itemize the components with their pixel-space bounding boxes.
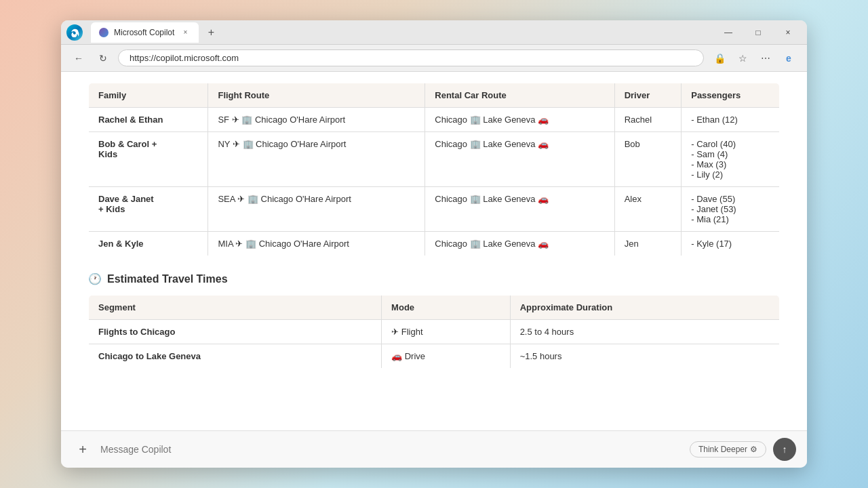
- driver: Bob: [614, 132, 682, 187]
- rental-car-route: Chicago 🏢 Lake Geneva 🚗: [425, 132, 614, 187]
- flight-route: MIA ✈ 🏢 Chicago O'Hare Airport: [208, 232, 425, 256]
- security-icon[interactable]: 🔒: [709, 48, 730, 68]
- window-controls: [66, 24, 83, 41]
- col-segment: Segment: [89, 296, 382, 320]
- send-icon: ↑: [783, 444, 787, 455]
- add-attachment-button[interactable]: +: [72, 439, 94, 460]
- passengers: - Ethan (12): [682, 108, 780, 132]
- active-tab[interactable]: Microsoft Copilot ×: [91, 22, 199, 43]
- passengers: - Kyle (17): [682, 232, 780, 256]
- think-deeper-icon: ⚙: [750, 445, 757, 454]
- flight-route: SEA ✈ 🏢 Chicago O'Hare Airport: [208, 187, 425, 232]
- col-flight-route: Flight Route: [208, 83, 425, 108]
- segment: Chicago to Lake Geneva: [89, 344, 382, 369]
- maximize-button[interactable]: □: [745, 22, 772, 43]
- col-family: Family: [89, 83, 208, 108]
- rental-car-route: Chicago 🏢 Lake Geneva 🚗: [425, 232, 614, 256]
- flight-route: SF ✈ 🏢 Chicago O'Hare Airport: [208, 108, 425, 132]
- col-mode: Mode: [382, 296, 511, 320]
- table-row: Dave & Janet+ Kids SEA ✈ 🏢 Chicago O'Har…: [89, 187, 780, 232]
- browser-window: Microsoft Copilot × + — □ × ← ↻ https://…: [61, 20, 807, 468]
- table-row: Jen & Kyle MIA ✈ 🏢 Chicago O'Hare Airpor…: [89, 232, 780, 256]
- clock-icon: 🕐: [88, 272, 102, 285]
- address-right-icons: 🔒 ☆ ⋯ e: [709, 48, 799, 68]
- refresh-button[interactable]: ↻: [94, 49, 113, 68]
- favorites-icon[interactable]: ☆: [732, 48, 753, 68]
- col-duration: Approximate Duration: [510, 296, 779, 320]
- flight-route: NY ✈ 🏢 Chicago O'Hare Airport: [208, 132, 425, 187]
- driver: Rachel: [614, 108, 682, 132]
- tab-favicon: [99, 28, 108, 37]
- driver: Alex: [614, 187, 682, 232]
- window-controls-right: — □ ×: [715, 22, 802, 43]
- family-name: Dave & Janet+ Kids: [89, 187, 208, 232]
- passengers: - Dave (55)- Janet (53)- Mia (21): [682, 187, 780, 232]
- content-area: Family Flight Route Rental Car Route Dri…: [61, 72, 807, 430]
- tab-title: Microsoft Copilot: [114, 28, 174, 37]
- duration: ~1.5 hours: [510, 344, 779, 369]
- family-table: Family Flight Route Rental Car Route Dri…: [88, 83, 780, 256]
- family-name: Bob & Carol +Kids: [89, 132, 208, 187]
- rental-car-route: Chicago 🏢 Lake Geneva 🚗: [425, 108, 614, 132]
- section-header: 🕐 Estimated Travel Times: [88, 272, 780, 285]
- url-text: https://copilot.microsoft.com: [130, 53, 239, 63]
- rental-car-route: Chicago 🏢 Lake Geneva 🚗: [425, 187, 614, 232]
- close-button[interactable]: ×: [774, 22, 802, 43]
- mode: 🚗 Drive: [382, 344, 511, 369]
- col-passengers: Passengers: [682, 83, 780, 108]
- driver: Jen: [614, 232, 682, 256]
- more-options-icon[interactable]: ⋯: [755, 48, 776, 68]
- family-name: Jen & Kyle: [89, 232, 208, 256]
- family-name: Rachel & Ethan: [89, 108, 208, 132]
- col-driver: Driver: [614, 83, 682, 108]
- col-rental-car-route: Rental Car Route: [425, 83, 614, 108]
- passengers: - Carol (40)- Sam (4)- Max (3)- Lily (2): [682, 132, 780, 187]
- think-deeper-label: Think Deeper: [698, 445, 747, 454]
- back-button[interactable]: ←: [69, 49, 88, 68]
- tab-area: Microsoft Copilot × +: [91, 22, 712, 43]
- minimize-button[interactable]: —: [715, 22, 742, 43]
- new-tab-button[interactable]: +: [201, 23, 220, 42]
- table-row: Bob & Carol +Kids NY ✈ 🏢 Chicago O'Hare …: [89, 132, 780, 187]
- tab-close-button[interactable]: ×: [180, 27, 191, 38]
- send-button[interactable]: ↑: [773, 438, 796, 461]
- travel-table: Segment Mode Approximate Duration Flight…: [88, 295, 780, 369]
- section-title-text: Estimated Travel Times: [107, 273, 228, 285]
- mode: ✈ Flight: [382, 320, 511, 344]
- message-bar: + Think Deeper ⚙ ↑: [61, 430, 807, 468]
- table-row: Chicago to Lake Geneva 🚗 Drive ~1.5 hour…: [89, 344, 780, 369]
- message-input[interactable]: [100, 444, 683, 455]
- edge-logo-icon: [66, 24, 83, 41]
- title-bar: Microsoft Copilot × + — □ ×: [61, 20, 807, 45]
- table-row: Flights to Chicago ✈ Flight 2.5 to 4 hou…: [89, 320, 780, 344]
- url-input[interactable]: https://copilot.microsoft.com: [118, 49, 704, 66]
- address-bar: ← ↻ https://copilot.microsoft.com 🔒 ☆ ⋯ …: [61, 45, 807, 72]
- edge-icon[interactable]: e: [778, 48, 799, 68]
- think-deeper-button[interactable]: Think Deeper ⚙: [690, 441, 766, 458]
- table-row: Rachel & Ethan SF ✈ 🏢 Chicago O'Hare Air…: [89, 108, 780, 132]
- duration: 2.5 to 4 hours: [510, 320, 779, 344]
- segment: Flights to Chicago: [89, 320, 382, 344]
